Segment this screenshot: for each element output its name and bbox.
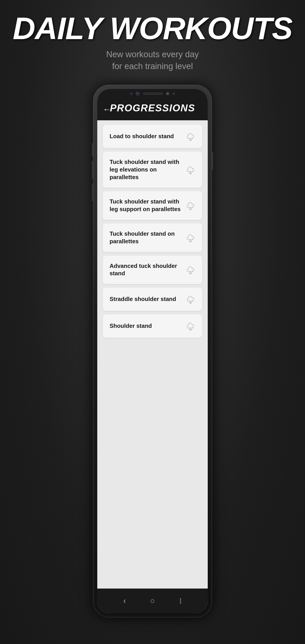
phone-outer-frame: ← PROGRESSIONS Load to shoulder stand: [93, 85, 212, 617]
app-screen: ← PROGRESSIONS Load to shoulder stand: [97, 89, 208, 613]
progression-item-1[interactable]: Load to shoulder stand: [103, 125, 202, 148]
progression-item-7[interactable]: Shoulder stand: [103, 314, 202, 338]
download-icon-5: [186, 265, 196, 274]
download-icon-2: [186, 165, 196, 175]
back-button[interactable]: ←: [103, 105, 111, 114]
phone-top-bar: [117, 92, 188, 96]
download-icon-7: [186, 321, 196, 331]
download-icon-4: [186, 233, 196, 242]
speaker-grille: [143, 92, 163, 95]
download-icon-6: [186, 294, 196, 304]
volume-silent-button: [92, 143, 93, 156]
progression-item-3[interactable]: Tuck shoulder stand with leg support on …: [103, 191, 202, 220]
main-title: DAILY WORKOUTS: [13, 13, 292, 44]
subtitle-line1: New workouts every day: [106, 50, 199, 59]
download-icon-1: [186, 132, 196, 141]
proximity-sensor: [166, 92, 169, 95]
download-icon-3: [186, 200, 196, 210]
progression-item-5[interactable]: Advanced tuck shoulder stand: [103, 256, 202, 284]
indicator-dot: [172, 92, 175, 95]
progression-name-3: Tuck shoulder stand with leg support on …: [110, 198, 186, 213]
front-camera: [136, 92, 140, 96]
phone-screen: ← PROGRESSIONS Load to shoulder stand: [97, 89, 208, 613]
progression-item-4[interactable]: Tuck shoulder stand on parallettes: [103, 224, 202, 252]
volume-down-button: [92, 183, 93, 201]
nav-recents-button[interactable]: ⫶: [174, 594, 187, 608]
sensor-dot: [130, 92, 132, 95]
progressions-list: Load to shoulder stand Tuck shoulder sta…: [97, 120, 208, 588]
progression-name-4: Tuck shoulder stand on parallettes: [110, 230, 186, 245]
phone-device: ← PROGRESSIONS Load to shoulder stand: [93, 85, 212, 617]
volume-up-button: [92, 161, 93, 179]
progression-item-6[interactable]: Straddle shoulder stand: [103, 288, 202, 311]
progression-name-1: Load to shoulder stand: [110, 132, 186, 140]
screen-title: PROGRESSIONS: [110, 102, 195, 114]
nav-home-button[interactable]: ○: [146, 594, 159, 608]
progression-name-2: Tuck shoulder stand with leg elevations …: [110, 158, 186, 181]
progression-item-2[interactable]: Tuck shoulder stand with leg elevations …: [103, 152, 202, 188]
progression-name-6: Straddle shoulder stand: [110, 296, 186, 303]
progression-name-7: Shoulder stand: [110, 322, 186, 330]
nav-back-button[interactable]: ‹: [118, 594, 131, 608]
bottom-navigation: ‹ ○ ⫶: [97, 588, 208, 613]
progression-name-5: Advanced tuck shoulder stand: [110, 262, 186, 278]
subtitle: New workouts every day for each training…: [106, 48, 199, 72]
header-section: DAILY WORKOUTS New workouts every day fo…: [0, 0, 305, 85]
power-button: [212, 152, 213, 170]
subtitle-line2: for each training level: [112, 62, 193, 71]
